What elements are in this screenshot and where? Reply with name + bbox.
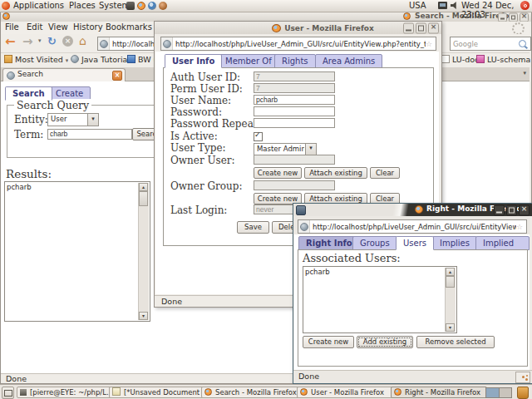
- home-icon[interactable]: ⌂: [79, 34, 86, 47]
- bookmark-icon: [71, 55, 79, 63]
- page-tab-implies[interactable]: Implies: [432, 236, 477, 250]
- task-button-search-window[interactable]: Search - Mozilla Firefox: [201, 387, 299, 398]
- task-button-user-window[interactable]: User - Mozilla Firefox: [297, 387, 393, 398]
- is-active-checkbox[interactable]: ✓: [254, 132, 263, 141]
- scroll-thumb[interactable]: [139, 191, 148, 206]
- bookmark-star-icon[interactable]: ☆: [516, 223, 526, 231]
- close-button[interactable]: ×: [428, 22, 439, 33]
- bookmark-star-icon[interactable]: ☆: [426, 40, 436, 48]
- back-icon[interactable]: ←: [5, 34, 16, 49]
- menu-view[interactable]: View: [48, 22, 68, 32]
- site-icon: [163, 40, 171, 48]
- scroll-up-icon[interactable]: ▴: [139, 183, 148, 191]
- scroll-down-icon[interactable]: ▾: [446, 323, 455, 332]
- results-scrollbar[interactable]: ▴ ▾: [138, 183, 149, 320]
- url-bar[interactable]: http://localhost/php/LiveUser_Admin_GUI/…: [160, 37, 436, 51]
- owner-user-clear-button[interactable]: Clear: [370, 167, 400, 179]
- tab-overflow-icon[interactable]: ▾: [523, 70, 526, 76]
- minimize-button[interactable]: [494, 204, 505, 215]
- maximize-button[interactable]: [506, 204, 517, 215]
- associated-users-listbox[interactable]: pcharb ▴ ▾: [303, 266, 457, 333]
- page-tab-area-admins[interactable]: Area Admins: [315, 54, 382, 68]
- remove-selected-button[interactable]: Remove selected: [416, 336, 495, 348]
- page-tab-users[interactable]: Users: [396, 236, 434, 250]
- keyboard-layout-indicator[interactable]: USA: [409, 1, 426, 10]
- google-search-box[interactable]: Google: [450, 37, 531, 51]
- page-tab-user-info[interactable]: User Info: [165, 54, 222, 68]
- page-tab-search[interactable]: Search: [5, 86, 52, 101]
- trash-icon[interactable]: [517, 387, 529, 399]
- bookmark-lu-doc[interactable]: LU-doc: [441, 55, 479, 64]
- task-button-document[interactable]: [*Unsaved Document ...: [109, 387, 204, 398]
- owner-user-create-new-button[interactable]: Create new: [254, 167, 302, 179]
- close-button[interactable]: ×: [519, 204, 530, 215]
- forward-icon[interactable]: →: [22, 34, 33, 49]
- entity-select[interactable]: User ▾: [47, 113, 99, 126]
- terminal-launcher-icon[interactable]: [126, 2, 135, 10]
- maximize-button[interactable]: [416, 22, 426, 33]
- create-new-button[interactable]: Create new: [303, 336, 354, 348]
- user-name-field[interactable]: [254, 95, 335, 105]
- scroll-up-icon[interactable]: ▴: [446, 268, 455, 276]
- password-repeat-label: Password Repeat:: [170, 118, 261, 130]
- add-existing-button[interactable]: Add existing: [357, 336, 413, 348]
- volume-icon[interactable]: [451, 2, 458, 9]
- resize-grip[interactable]: [515, 372, 530, 383]
- term-label: Term:: [14, 129, 43, 140]
- page-tab-groups[interactable]: Groups: [352, 236, 397, 250]
- document-icon: [112, 387, 121, 396]
- owner-user-attach-existing-button[interactable]: Attach existing: [304, 167, 367, 179]
- reload-icon[interactable]: ↻: [47, 35, 57, 47]
- users-scrollbar[interactable]: ▴ ▾: [445, 268, 456, 332]
- menu-places[interactable]: Places: [69, 1, 96, 10]
- page-tab-rights[interactable]: Rights: [274, 54, 316, 68]
- right-window-titlebar[interactable]: Right - Mozilla Firefox ×: [293, 204, 532, 216]
- browser-tab-search[interactable]: Search ×: [2, 68, 126, 81]
- page-tab-member-of[interactable]: Member Of: [218, 54, 279, 68]
- user-item[interactable]: pcharb: [305, 268, 330, 276]
- show-desktop-button[interactable]: [2, 387, 14, 399]
- menu-bookmarks[interactable]: Bookmarks: [106, 22, 152, 32]
- task-button-terminal[interactable]: [pierre@EYE: ~/php/L...: [17, 387, 111, 398]
- user-type-select[interactable]: Master Admin ▾: [254, 143, 317, 155]
- logout-button[interactable]: [520, 1, 530, 10]
- url-bar[interactable]: http://localhost/php/LiveUser_Admin_GUI/…: [298, 219, 527, 234]
- bookmark-java-tutorial[interactable]: Java Tutorial: [71, 55, 130, 64]
- stop-icon[interactable]: ×: [62, 36, 73, 47]
- window-menu-icon[interactable]: [296, 205, 306, 215]
- search-query-fieldset: Search Query Entity: User ▾ Term: Search: [7, 105, 163, 158]
- menu-history[interactable]: History: [73, 22, 103, 32]
- globe-launcher-icon[interactable]: [159, 2, 167, 10]
- password-repeat-field[interactable]: [254, 118, 335, 128]
- term-input[interactable]: [47, 129, 132, 140]
- workspace-1[interactable]: [486, 388, 500, 397]
- firefox-launcher-icon[interactable]: [137, 2, 145, 10]
- user-window-titlebar[interactable]: User - Mozilla Firefox ×: [155, 22, 441, 34]
- result-item[interactable]: pcharb: [7, 183, 32, 191]
- page-tab-implied-by[interactable]: Implied By: [475, 236, 530, 250]
- search-icon[interactable]: [519, 40, 526, 47]
- menu-system[interactable]: System: [99, 1, 130, 10]
- history-dropdown-icon[interactable]: ▾: [38, 37, 42, 44]
- display-icon[interactable]: [438, 2, 447, 9]
- scroll-down-icon[interactable]: ▾: [139, 312, 148, 320]
- scroll-thumb[interactable]: [446, 276, 455, 288]
- menu-file[interactable]: File: [5, 22, 19, 32]
- tab-close-icon[interactable]: ×: [112, 71, 122, 81]
- minimize-button[interactable]: [403, 22, 414, 33]
- results-listbox[interactable]: pcharb ▴ ▾: [4, 181, 150, 322]
- workspace-switcher[interactable]: [485, 387, 512, 398]
- workspace-2[interactable]: [500, 388, 512, 397]
- browser-launcher-icon[interactable]: [148, 2, 156, 10]
- task-button-right-window[interactable]: Right - Mozilla Firefox: [391, 387, 487, 398]
- associated-users-label: Associated Users:: [303, 252, 401, 264]
- auth-user-id-field: [254, 71, 335, 81]
- menu-edit[interactable]: Edit: [27, 22, 42, 32]
- bookmark-most-visited[interactable]: Most Visited ▾: [4, 55, 68, 64]
- save-button[interactable]: Save: [237, 221, 269, 234]
- bookmark-lu-schema[interactable]: LU-schema: [476, 55, 530, 64]
- page-tab-right-info[interactable]: Right Info: [298, 236, 360, 250]
- distributor-logo-icon[interactable]: [2, 2, 10, 10]
- menu-applications[interactable]: Applications: [13, 1, 64, 10]
- password-field[interactable]: [254, 106, 335, 116]
